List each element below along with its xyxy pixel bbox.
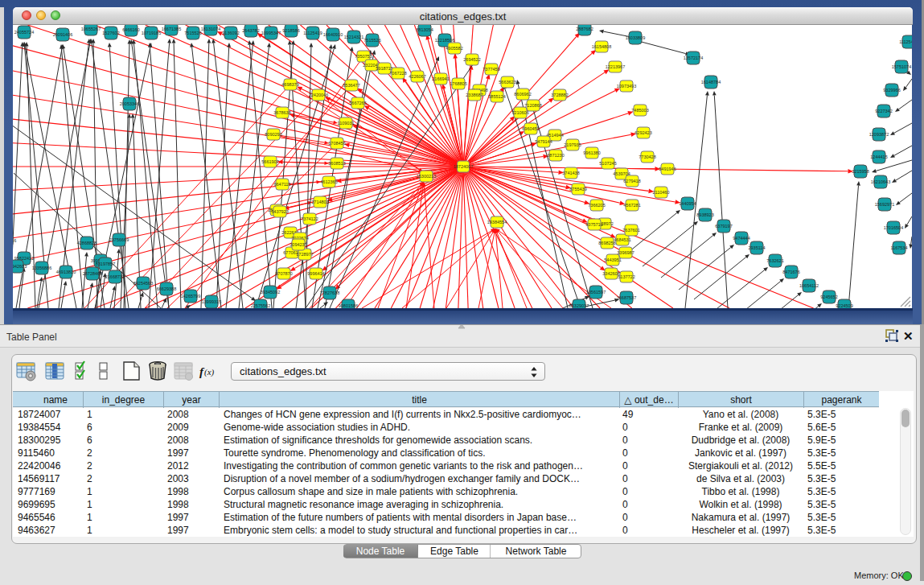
svg-text:46913810: 46913810 (56, 270, 76, 274)
svg-text:16154808: 16154808 (592, 44, 611, 49)
svg-text:19384554: 19384554 (487, 220, 507, 225)
svg-text:5137722: 5137722 (618, 274, 634, 279)
svg-text:2166941: 2166941 (432, 76, 449, 81)
svg-text:13572174: 13572174 (684, 56, 703, 60)
svg-text:7374122: 7374122 (301, 216, 318, 221)
svg-text:9245652: 9245652 (820, 295, 837, 299)
svg-text:11125419: 11125419 (303, 31, 322, 35)
svg-text:13356886: 13356886 (32, 266, 51, 270)
svg-text:7485003: 7485003 (631, 108, 648, 113)
svg-text:7366205: 7366205 (588, 203, 605, 208)
svg-text:7377459: 7377459 (483, 67, 499, 72)
svg-text:1527602: 1527602 (102, 31, 119, 35)
svg-text:2887682: 2887682 (576, 27, 593, 31)
svg-text:6647119: 6647119 (273, 182, 290, 187)
svg-text:42868828: 42868828 (77, 241, 97, 245)
svg-text:1109031: 1109031 (337, 121, 354, 126)
svg-text:12093872: 12093872 (869, 132, 889, 137)
svg-text:77827638: 77827638 (320, 290, 339, 295)
svg-text:5437923: 5437923 (271, 209, 288, 214)
svg-text:10654112: 10654112 (799, 283, 819, 288)
svg-text:5107245: 5107245 (599, 161, 616, 166)
svg-text:9224509: 9224509 (836, 303, 852, 308)
svg-text:1244415: 1244415 (870, 154, 887, 159)
svg-text:2714803: 2714803 (311, 200, 328, 204)
svg-text:2643782: 2643782 (242, 28, 259, 33)
svg-text:20053346: 20053346 (120, 101, 139, 106)
svg-text:7730428: 7730428 (639, 154, 655, 159)
svg-text:8090293: 8090293 (265, 132, 281, 137)
svg-text:3094235: 3094235 (290, 242, 306, 247)
svg-text:15692971: 15692971 (875, 202, 894, 207)
svg-text:15214321: 15214321 (344, 35, 363, 39)
svg-text:4698379: 4698379 (281, 82, 298, 87)
svg-text:4905582: 4905582 (446, 46, 462, 51)
svg-text:7632621: 7632621 (766, 258, 783, 263)
svg-text:13561597: 13561597 (586, 290, 606, 295)
svg-text:2694522: 2694522 (463, 57, 480, 62)
svg-text:90801586: 90801586 (339, 303, 358, 308)
svg-text:2338687: 2338687 (466, 93, 483, 97)
svg-text:16148784: 16148784 (701, 80, 721, 84)
svg-text:5667265: 5667265 (349, 101, 366, 105)
svg-text:3741438: 3741438 (562, 171, 579, 175)
svg-text:11125419: 11125419 (899, 39, 912, 44)
svg-text:9961380: 9961380 (583, 150, 600, 155)
svg-text:9474444: 9474444 (733, 236, 749, 241)
svg-text:10973493: 10973493 (617, 84, 636, 89)
svg-text:7350753: 7350753 (355, 54, 372, 59)
svg-text:16671385: 16671385 (162, 27, 181, 31)
svg-text:2935114: 2935114 (748, 245, 765, 250)
svg-text:18131074: 18131074 (201, 27, 220, 31)
svg-text:24942603: 24942603 (13, 264, 27, 269)
svg-text:6379197: 6379197 (715, 224, 732, 229)
svg-text:9218586: 9218586 (282, 28, 299, 33)
svg-text:8755439: 8755439 (569, 187, 586, 192)
svg-text:5663623: 5663623 (499, 80, 515, 84)
svg-text:4684531: 4684531 (614, 237, 630, 242)
svg-text:7120868: 7120868 (524, 103, 541, 108)
svg-text:4226067: 4226067 (409, 74, 425, 79)
svg-text:7067228: 7067228 (389, 71, 406, 76)
svg-text:6292423: 6292423 (634, 130, 651, 135)
svg-text:1728977: 1728977 (296, 252, 313, 257)
svg-text:22420046: 22420046 (309, 93, 328, 97)
svg-text:1440954: 1440954 (679, 201, 696, 206)
svg-text:9136092: 9136092 (222, 31, 239, 35)
svg-text:8536477: 8536477 (343, 83, 359, 88)
svg-text:6960453: 6960453 (522, 126, 539, 131)
svg-text:9329966: 9329966 (883, 88, 900, 93)
svg-text:9375710: 9375710 (585, 222, 602, 227)
svg-text:4567281: 4567281 (623, 203, 640, 208)
svg-text:3215958: 3215958 (852, 169, 869, 174)
svg-text:6466160: 6466160 (122, 27, 139, 32)
svg-text:8698256: 8698256 (598, 241, 615, 245)
svg-text:2197935: 2197935 (564, 142, 581, 147)
svg-text:6279418: 6279418 (623, 179, 640, 183)
svg-text:8606962: 8606962 (514, 92, 531, 97)
svg-text:5443951: 5443951 (604, 257, 621, 262)
svg-text:5855124: 5855124 (488, 94, 505, 99)
svg-text:22575562: 22575562 (251, 303, 270, 308)
svg-text:12218506: 12218506 (435, 38, 454, 43)
svg-text:8813054: 8813054 (416, 27, 433, 32)
svg-text:16640910: 16640910 (323, 32, 343, 37)
svg-text:15751074: 15751074 (892, 64, 911, 69)
svg-text:1167534: 1167534 (890, 245, 907, 250)
svg-text:14265799: 14265799 (181, 294, 200, 299)
svg-text:3871230: 3871230 (547, 153, 564, 158)
svg-text:6708456: 6708456 (328, 141, 345, 146)
svg-text:5661907: 5661907 (261, 159, 278, 164)
svg-text:66629388: 66629388 (157, 286, 176, 291)
svg-text:2110460: 2110460 (652, 190, 669, 195)
svg-text:10995347: 10995347 (261, 31, 281, 35)
svg-text:16033809: 16033809 (626, 35, 645, 40)
svg-text:21668732: 21668732 (105, 274, 125, 279)
svg-text:3608513: 3608513 (328, 161, 345, 166)
svg-text:20091406: 20091406 (53, 32, 72, 37)
svg-text:23756669: 23756669 (109, 237, 129, 242)
svg-text:7515526: 7515526 (363, 38, 380, 43)
svg-text:3396987: 3396987 (617, 250, 634, 255)
svg-text:16210643: 16210643 (871, 179, 890, 184)
svg-text:28728463: 28728463 (83, 271, 102, 276)
